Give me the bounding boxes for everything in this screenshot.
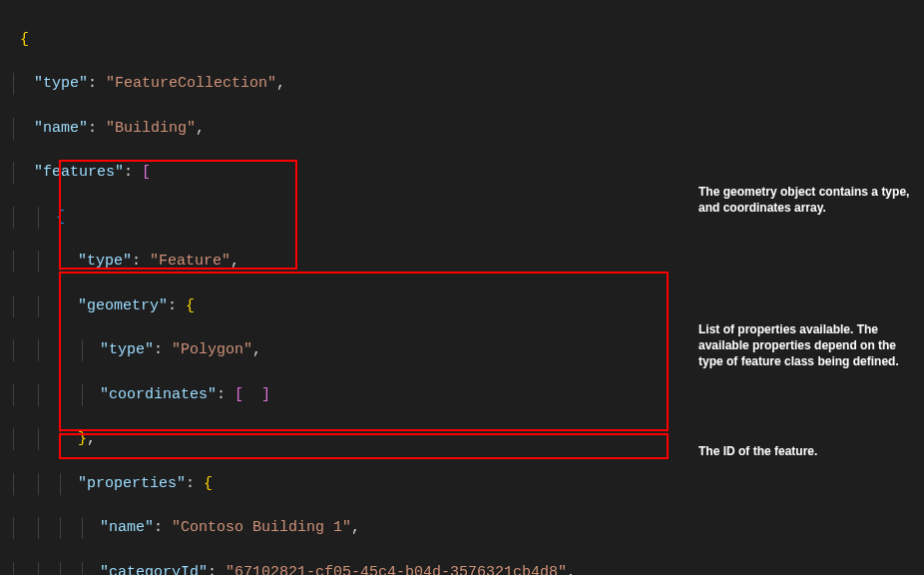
json-key-categoryid: "categoryId" xyxy=(100,564,208,576)
json-key-geometry: "geometry" xyxy=(78,297,168,314)
json-key-properties: "properties" xyxy=(78,475,186,492)
json-val-categoryid: "67102821-cf05-45c4-b04d-3576321cb4d8" xyxy=(226,564,567,576)
json-code-block: { "type": "FeatureCollection", "name": "… xyxy=(0,0,679,575)
json-key-features: "features" xyxy=(34,164,124,181)
json-val-type: "FeatureCollection" xyxy=(106,75,276,92)
json-val-prop-name: "Contoso Building 1" xyxy=(172,519,351,536)
annotation-properties: List of properties available. The availa… xyxy=(698,321,918,370)
json-key-prop-name: "name" xyxy=(100,519,154,536)
json-val-geom-type: "Polygon" xyxy=(172,341,252,358)
json-key-type: "type" xyxy=(34,75,88,92)
json-key-feature-type: "type" xyxy=(78,253,132,270)
json-key-coordinates: "coordinates" xyxy=(100,386,217,403)
brace-open: { xyxy=(20,31,29,48)
brace-open: { xyxy=(56,209,65,226)
json-key-geom-type: "type" xyxy=(100,341,154,358)
annotation-id: The ID of the feature. xyxy=(698,443,817,459)
json-val-feature-type: "Feature" xyxy=(150,253,231,270)
json-key-name: "name" xyxy=(34,120,88,137)
json-val-name: "Building" xyxy=(106,120,196,137)
annotation-geometry: The geometry object contains a type, and… xyxy=(698,184,918,216)
